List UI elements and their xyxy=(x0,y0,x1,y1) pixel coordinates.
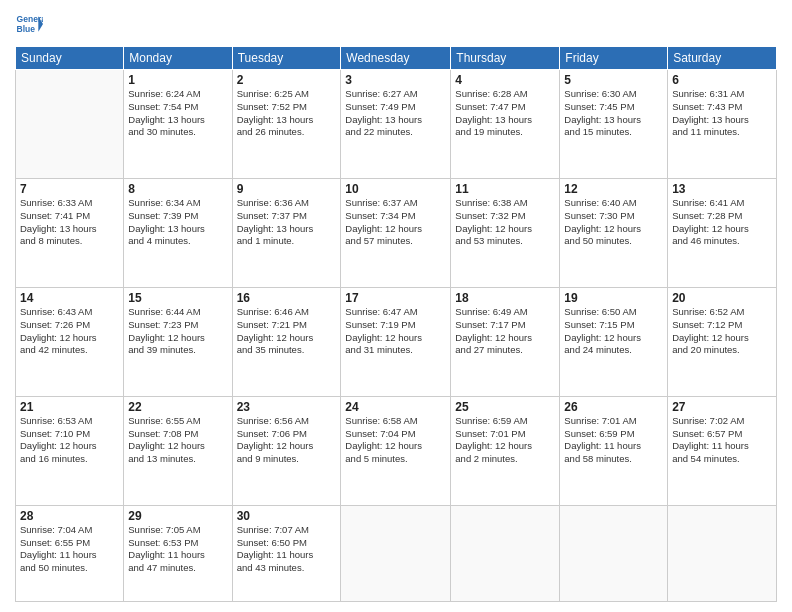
calendar-cell xyxy=(341,505,451,601)
calendar-cell: 29Sunrise: 7:05 AM Sunset: 6:53 PM Dayli… xyxy=(124,505,232,601)
calendar-cell xyxy=(560,505,668,601)
week-row-2: 7Sunrise: 6:33 AM Sunset: 7:41 PM Daylig… xyxy=(16,178,777,287)
weekday-thursday: Thursday xyxy=(451,47,560,70)
day-number: 30 xyxy=(237,509,337,523)
day-info: Sunrise: 7:02 AM Sunset: 6:57 PM Dayligh… xyxy=(672,415,772,466)
day-number: 19 xyxy=(564,291,663,305)
weekday-sunday: Sunday xyxy=(16,47,124,70)
day-number: 7 xyxy=(20,182,119,196)
calendar-cell: 3Sunrise: 6:27 AM Sunset: 7:49 PM Daylig… xyxy=(341,70,451,179)
calendar-cell: 10Sunrise: 6:37 AM Sunset: 7:34 PM Dayli… xyxy=(341,178,451,287)
day-number: 22 xyxy=(128,400,227,414)
calendar-cell: 22Sunrise: 6:55 AM Sunset: 7:08 PM Dayli… xyxy=(124,396,232,505)
calendar-cell: 13Sunrise: 6:41 AM Sunset: 7:28 PM Dayli… xyxy=(668,178,777,287)
day-info: Sunrise: 6:36 AM Sunset: 7:37 PM Dayligh… xyxy=(237,197,337,248)
day-info: Sunrise: 6:24 AM Sunset: 7:54 PM Dayligh… xyxy=(128,88,227,139)
calendar-cell: 26Sunrise: 7:01 AM Sunset: 6:59 PM Dayli… xyxy=(560,396,668,505)
calendar-cell: 9Sunrise: 6:36 AM Sunset: 7:37 PM Daylig… xyxy=(232,178,341,287)
day-number: 27 xyxy=(672,400,772,414)
day-info: Sunrise: 6:40 AM Sunset: 7:30 PM Dayligh… xyxy=(564,197,663,248)
day-info: Sunrise: 6:58 AM Sunset: 7:04 PM Dayligh… xyxy=(345,415,446,466)
day-info: Sunrise: 6:49 AM Sunset: 7:17 PM Dayligh… xyxy=(455,306,555,357)
calendar-cell: 14Sunrise: 6:43 AM Sunset: 7:26 PM Dayli… xyxy=(16,287,124,396)
day-info: Sunrise: 6:25 AM Sunset: 7:52 PM Dayligh… xyxy=(237,88,337,139)
day-number: 12 xyxy=(564,182,663,196)
calendar-cell: 18Sunrise: 6:49 AM Sunset: 7:17 PM Dayli… xyxy=(451,287,560,396)
day-info: Sunrise: 6:38 AM Sunset: 7:32 PM Dayligh… xyxy=(455,197,555,248)
day-info: Sunrise: 6:31 AM Sunset: 7:43 PM Dayligh… xyxy=(672,88,772,139)
day-info: Sunrise: 6:28 AM Sunset: 7:47 PM Dayligh… xyxy=(455,88,555,139)
calendar-cell: 5Sunrise: 6:30 AM Sunset: 7:45 PM Daylig… xyxy=(560,70,668,179)
calendar-cell: 4Sunrise: 6:28 AM Sunset: 7:47 PM Daylig… xyxy=(451,70,560,179)
day-number: 23 xyxy=(237,400,337,414)
weekday-monday: Monday xyxy=(124,47,232,70)
calendar-table: SundayMondayTuesdayWednesdayThursdayFrid… xyxy=(15,46,777,602)
day-info: Sunrise: 7:05 AM Sunset: 6:53 PM Dayligh… xyxy=(128,524,227,575)
calendar-cell: 27Sunrise: 7:02 AM Sunset: 6:57 PM Dayli… xyxy=(668,396,777,505)
day-number: 24 xyxy=(345,400,446,414)
day-number: 18 xyxy=(455,291,555,305)
day-info: Sunrise: 6:55 AM Sunset: 7:08 PM Dayligh… xyxy=(128,415,227,466)
day-info: Sunrise: 6:50 AM Sunset: 7:15 PM Dayligh… xyxy=(564,306,663,357)
calendar-cell: 11Sunrise: 6:38 AM Sunset: 7:32 PM Dayli… xyxy=(451,178,560,287)
day-info: Sunrise: 6:53 AM Sunset: 7:10 PM Dayligh… xyxy=(20,415,119,466)
day-number: 26 xyxy=(564,400,663,414)
calendar-cell: 15Sunrise: 6:44 AM Sunset: 7:23 PM Dayli… xyxy=(124,287,232,396)
calendar-cell: 24Sunrise: 6:58 AM Sunset: 7:04 PM Dayli… xyxy=(341,396,451,505)
calendar-cell: 16Sunrise: 6:46 AM Sunset: 7:21 PM Dayli… xyxy=(232,287,341,396)
day-info: Sunrise: 6:37 AM Sunset: 7:34 PM Dayligh… xyxy=(345,197,446,248)
day-number: 10 xyxy=(345,182,446,196)
calendar-cell: 2Sunrise: 6:25 AM Sunset: 7:52 PM Daylig… xyxy=(232,70,341,179)
day-number: 9 xyxy=(237,182,337,196)
calendar-body: 1Sunrise: 6:24 AM Sunset: 7:54 PM Daylig… xyxy=(16,70,777,602)
calendar-cell: 21Sunrise: 6:53 AM Sunset: 7:10 PM Dayli… xyxy=(16,396,124,505)
logo: General Blue xyxy=(15,10,43,38)
svg-text:Blue: Blue xyxy=(17,24,36,34)
day-number: 5 xyxy=(564,73,663,87)
day-info: Sunrise: 6:59 AM Sunset: 7:01 PM Dayligh… xyxy=(455,415,555,466)
calendar-cell: 12Sunrise: 6:40 AM Sunset: 7:30 PM Dayli… xyxy=(560,178,668,287)
day-info: Sunrise: 6:33 AM Sunset: 7:41 PM Dayligh… xyxy=(20,197,119,248)
weekday-saturday: Saturday xyxy=(668,47,777,70)
calendar-cell: 6Sunrise: 6:31 AM Sunset: 7:43 PM Daylig… xyxy=(668,70,777,179)
calendar-cell: 23Sunrise: 6:56 AM Sunset: 7:06 PM Dayli… xyxy=(232,396,341,505)
day-number: 28 xyxy=(20,509,119,523)
week-row-5: 28Sunrise: 7:04 AM Sunset: 6:55 PM Dayli… xyxy=(16,505,777,601)
calendar-cell: 25Sunrise: 6:59 AM Sunset: 7:01 PM Dayli… xyxy=(451,396,560,505)
day-number: 3 xyxy=(345,73,446,87)
day-number: 1 xyxy=(128,73,227,87)
weekday-tuesday: Tuesday xyxy=(232,47,341,70)
day-number: 4 xyxy=(455,73,555,87)
day-number: 11 xyxy=(455,182,555,196)
day-number: 29 xyxy=(128,509,227,523)
day-info: Sunrise: 7:04 AM Sunset: 6:55 PM Dayligh… xyxy=(20,524,119,575)
calendar-cell xyxy=(451,505,560,601)
day-info: Sunrise: 6:56 AM Sunset: 7:06 PM Dayligh… xyxy=(237,415,337,466)
day-number: 16 xyxy=(237,291,337,305)
day-info: Sunrise: 6:44 AM Sunset: 7:23 PM Dayligh… xyxy=(128,306,227,357)
calendar-cell: 7Sunrise: 6:33 AM Sunset: 7:41 PM Daylig… xyxy=(16,178,124,287)
calendar-cell xyxy=(16,70,124,179)
day-number: 8 xyxy=(128,182,227,196)
day-info: Sunrise: 7:07 AM Sunset: 6:50 PM Dayligh… xyxy=(237,524,337,575)
week-row-3: 14Sunrise: 6:43 AM Sunset: 7:26 PM Dayli… xyxy=(16,287,777,396)
day-info: Sunrise: 6:43 AM Sunset: 7:26 PM Dayligh… xyxy=(20,306,119,357)
day-number: 17 xyxy=(345,291,446,305)
day-number: 15 xyxy=(128,291,227,305)
day-info: Sunrise: 6:27 AM Sunset: 7:49 PM Dayligh… xyxy=(345,88,446,139)
calendar-cell xyxy=(668,505,777,601)
calendar-cell: 8Sunrise: 6:34 AM Sunset: 7:39 PM Daylig… xyxy=(124,178,232,287)
day-info: Sunrise: 6:30 AM Sunset: 7:45 PM Dayligh… xyxy=(564,88,663,139)
day-number: 21 xyxy=(20,400,119,414)
weekday-header-row: SundayMondayTuesdayWednesdayThursdayFrid… xyxy=(16,47,777,70)
day-info: Sunrise: 7:01 AM Sunset: 6:59 PM Dayligh… xyxy=(564,415,663,466)
day-info: Sunrise: 6:46 AM Sunset: 7:21 PM Dayligh… xyxy=(237,306,337,357)
day-number: 14 xyxy=(20,291,119,305)
day-info: Sunrise: 6:47 AM Sunset: 7:19 PM Dayligh… xyxy=(345,306,446,357)
calendar-cell: 28Sunrise: 7:04 AM Sunset: 6:55 PM Dayli… xyxy=(16,505,124,601)
weekday-friday: Friday xyxy=(560,47,668,70)
day-info: Sunrise: 6:41 AM Sunset: 7:28 PM Dayligh… xyxy=(672,197,772,248)
page-header: General Blue xyxy=(15,10,777,38)
calendar-cell: 20Sunrise: 6:52 AM Sunset: 7:12 PM Dayli… xyxy=(668,287,777,396)
day-number: 25 xyxy=(455,400,555,414)
